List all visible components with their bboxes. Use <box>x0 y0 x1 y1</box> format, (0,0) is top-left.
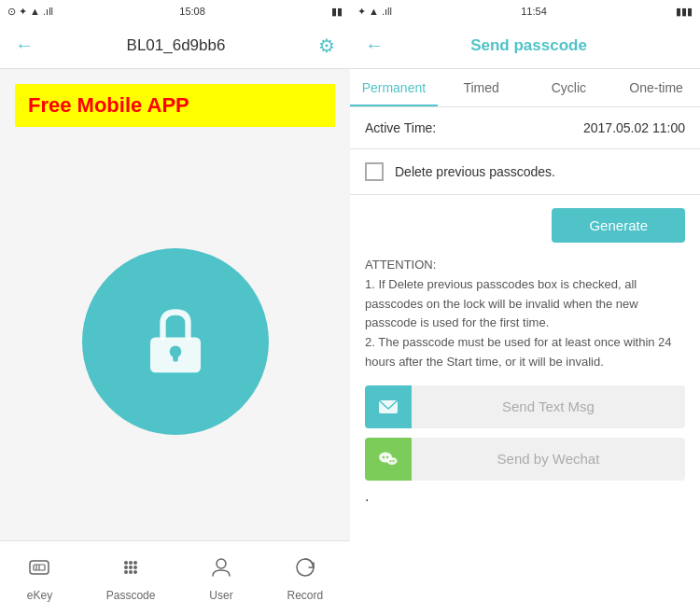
checkbox-label: Delete previous passcodes. <box>395 164 555 179</box>
svg-point-24 <box>390 460 392 462</box>
ekey-svg-icon <box>27 555 51 580</box>
svg-point-17 <box>217 559 226 568</box>
lock-icon: 0 <box>133 300 217 384</box>
svg-point-9 <box>129 561 133 565</box>
svg-point-22 <box>386 456 388 458</box>
back-button-left[interactable]: ← <box>15 35 34 56</box>
svg-point-12 <box>129 566 133 569</box>
dot-text: . <box>365 488 369 504</box>
record-svg-icon <box>293 555 317 580</box>
promo-text: Free Mobile APP <box>28 93 189 117</box>
active-time-value: 2017.05.02 11:00 <box>583 120 685 135</box>
status-bar-right: ✦ ▲ .ıll 11:54 ▮▮▮ <box>350 0 700 22</box>
nav-item-record[interactable]: Record <box>287 555 324 602</box>
back-button-right[interactable]: ← <box>365 35 384 56</box>
svg-point-15 <box>129 570 133 574</box>
svg-point-16 <box>133 570 137 574</box>
svg-point-10 <box>133 561 137 565</box>
tabs-container: Permanent Timed Cyclic One-time <box>350 69 700 107</box>
header-right: ← Send passcode <box>350 22 700 69</box>
tab-one-time[interactable]: One-time <box>612 69 700 106</box>
status-icons-left: ⊙ ✦ ▲ .ıll <box>7 6 53 18</box>
send-text-button[interactable]: Send Text Msg <box>365 385 685 428</box>
passcode-svg-icon <box>119 555 143 580</box>
record-label: Record <box>287 589 324 602</box>
email-icon <box>365 385 412 428</box>
ekey-label: eKey <box>27 589 52 602</box>
send-buttons: Send Text Msg Send by Wechat <box>350 385 700 481</box>
svg-point-13 <box>133 566 137 569</box>
right-panel: ✦ ▲ .ıll 11:54 ▮▮▮ ← Send passcode Perma… <box>350 0 700 615</box>
nav-item-user[interactable]: User <box>209 555 233 602</box>
generate-button[interactable]: Generate <box>552 208 685 243</box>
attention-content: ATTENTION:1. If Delete previous passcode… <box>365 258 672 369</box>
delete-passcodes-checkbox[interactable] <box>365 162 384 181</box>
passcode-label: Passcode <box>106 589 156 602</box>
lock-circle[interactable]: 0 <box>82 248 269 435</box>
bottom-nav: eKey Passcode <box>0 540 350 615</box>
promo-banner: Free Mobile APP <box>15 84 335 127</box>
left-panel: ⊙ ✦ ▲ .ıll 15:08 ▮▮ ← BL01_6d9bb6 ⚙ Free… <box>0 0 350 615</box>
nav-item-ekey[interactable]: eKey <box>27 555 52 602</box>
ekey-icon <box>27 555 51 585</box>
battery-right: ▮▮▮ <box>676 6 693 18</box>
user-svg-icon <box>209 555 233 580</box>
send-wechat-button[interactable]: Send by Wechat <box>365 438 685 481</box>
user-icon <box>209 555 233 585</box>
svg-point-21 <box>383 456 385 458</box>
record-icon <box>293 555 317 585</box>
content-area: Active Time: 2017.05.02 11:00 Delete pre… <box>350 107 700 615</box>
user-label: User <box>209 589 232 602</box>
generate-btn-container: Generate <box>350 195 700 256</box>
wechat-icon <box>365 438 412 481</box>
time-right: 11:54 <box>521 6 547 17</box>
attention-text: ATTENTION:1. If Delete previous passcode… <box>350 256 700 385</box>
checkbox-row: Delete previous passcodes. <box>350 149 700 195</box>
tab-cyclic[interactable]: Cyclic <box>525 69 613 106</box>
send-text-label: Send Text Msg <box>412 385 685 428</box>
active-time-label: Active Time: <box>365 120 436 135</box>
svg-point-8 <box>124 561 128 565</box>
page-title: Send passcode <box>395 36 663 55</box>
device-title: BL01_6d9bb6 <box>127 36 226 55</box>
svg-point-11 <box>124 566 128 569</box>
nav-item-passcode[interactable]: Passcode <box>106 555 156 602</box>
active-time-row: Active Time: 2017.05.02 11:00 <box>350 107 700 149</box>
passcode-icon <box>119 555 143 585</box>
header-left: ← BL01_6d9bb6 ⚙ <box>0 22 350 69</box>
svg-point-14 <box>124 570 128 574</box>
svg-point-23 <box>387 457 398 465</box>
status-bar-left: ⊙ ✦ ▲ .ıll 15:08 ▮▮ <box>0 0 350 22</box>
wechat-svg-icon <box>377 448 399 470</box>
tab-timed[interactable]: Timed <box>438 69 525 106</box>
settings-icon[interactable]: ⚙ <box>318 35 335 57</box>
status-icons-right: ✦ ▲ .ıll <box>357 6 392 18</box>
battery-left: ▮▮ <box>331 6 343 18</box>
dot-row: . <box>350 481 700 512</box>
svg-point-25 <box>393 460 395 462</box>
lock-circle-container: 0 <box>0 142 350 540</box>
tab-permanent[interactable]: Permanent <box>350 69 438 106</box>
send-wechat-label: Send by Wechat <box>412 438 685 481</box>
time-left: 15:08 <box>179 6 205 17</box>
email-svg-icon <box>377 396 399 418</box>
svg-text:0: 0 <box>173 351 177 360</box>
